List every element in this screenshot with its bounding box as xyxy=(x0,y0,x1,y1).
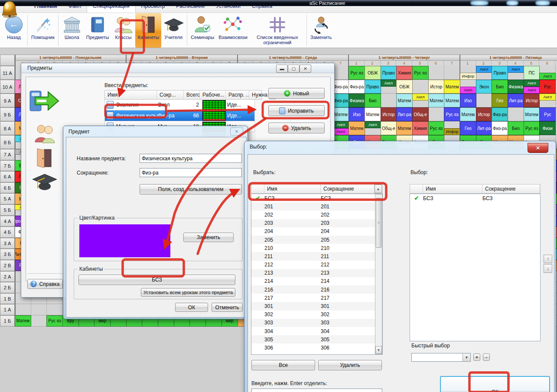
lesson-cell[interactable]: Общ-е xyxy=(412,107,429,121)
toolbar-item-Школа[interactable]: Школа xyxy=(60,13,84,48)
move-down-button[interactable]: ↓ xyxy=(544,264,552,273)
ok-button[interactable]: ОК xyxy=(440,376,550,392)
cancel-button[interactable]: Отменить xyxy=(212,303,243,312)
lesson-cell[interactable]: Матем xyxy=(349,121,365,135)
lesson-cell[interactable]: Рус яз xyxy=(46,315,63,327)
lesson-cell[interactable]: Инфор xyxy=(460,73,476,80)
lesson-cell[interactable]: Изо xyxy=(349,107,365,121)
lesson-cell[interactable]: Рус яз xyxy=(428,121,445,135)
room-row[interactable]: 202202 xyxy=(251,211,382,219)
custom-fields-button[interactable]: Поля, созд. пользователем xyxy=(140,184,242,194)
scroll-down-icon[interactable]: ▼ xyxy=(375,346,382,354)
quick-add-button[interactable]: + xyxy=(473,353,480,361)
minimize-button[interactable]: ▬ xyxy=(276,65,288,73)
lesson-cell[interactable]: Рус яз xyxy=(412,66,429,80)
column-header[interactable]: Сокращение xyxy=(482,185,540,193)
lesson-cell[interactable]: Матем xyxy=(444,94,460,107)
lesson-cell[interactable]: Право xyxy=(365,80,381,94)
lesson-cell[interactable]: Право xyxy=(492,66,508,80)
lesson-cell[interactable]: Англ xyxy=(333,128,349,135)
room-row[interactable]: 211211 xyxy=(251,252,382,260)
lesson-cell[interactable]: Матем xyxy=(444,80,460,94)
room-row[interactable]: 217217 xyxy=(251,294,382,302)
help-button[interactable]: ? Справка xyxy=(27,279,63,289)
lesson-cell[interactable]: Англ xyxy=(539,73,556,80)
lesson-cell[interactable]: Англ xyxy=(539,94,556,100)
lesson-cell[interactable]: Инфор xyxy=(444,128,460,135)
quick-select-dropdown[interactable]: ▼ xyxy=(411,353,471,362)
lesson-cell[interactable]: Общ-е xyxy=(381,121,397,135)
room-row[interactable]: 302302 xyxy=(251,311,382,319)
enter-input[interactable] xyxy=(251,389,382,392)
lesson-cell[interactable]: Матем xyxy=(524,107,540,121)
column-header[interactable]: Распр. ... xyxy=(226,91,249,99)
lesson-cell[interactable]: ОБЖ xyxy=(396,80,413,94)
toolbar-item-Взаимосвязи[interactable]: Взаимосвязи xyxy=(216,13,250,48)
toolbar-item-Предметы[interactable]: Предметы xyxy=(84,13,111,48)
toolbar-item-Семинары[interactable]: Семинары xyxy=(189,13,216,48)
toolbar-item-Назад[interactable]: ←Назад xyxy=(2,13,26,48)
maximize-button[interactable]: ▢ xyxy=(288,65,300,73)
lesson-cell[interactable]: Экон xyxy=(476,80,492,94)
lesson-cell[interactable]: Рус яз xyxy=(349,66,365,80)
lesson-cell[interactable]: Био xyxy=(492,80,508,94)
lesson-cell[interactable]: Рус яз xyxy=(524,121,540,135)
toolbar-item-Помощник[interactable]: Помощник xyxy=(29,13,57,48)
lesson-cell[interactable]: Физ-ра xyxy=(492,107,508,121)
lesson-cell[interactable]: Химия xyxy=(396,66,413,80)
lesson-cell[interactable]: Матем xyxy=(428,94,445,107)
rooms-icon[interactable] xyxy=(36,148,53,168)
lesson-cell[interactable]: Матем xyxy=(15,315,31,327)
subject-abbr-input[interactable]: Физ-ра xyxy=(140,168,242,177)
close-icon[interactable]: ✕ xyxy=(528,143,548,153)
room-row[interactable]: 303303 xyxy=(251,319,382,327)
lesson-cell[interactable]: Истор xyxy=(381,107,397,121)
lesson-cell[interactable]: Физи xyxy=(539,121,556,135)
column-header[interactable]: Сокращение xyxy=(321,185,375,193)
lesson-cell[interactable]: Англ xyxy=(412,94,429,100)
lesson-cell[interactable]: Право xyxy=(381,66,397,80)
new-button[interactable]: + Новый xyxy=(268,88,325,99)
lesson-cell[interactable]: Лит-ра xyxy=(396,107,413,121)
scroll-up-icon[interactable]: ▲ xyxy=(375,185,382,193)
lesson-cell[interactable]: Англ xyxy=(333,121,349,128)
toolbar-item-Кабинеты[interactable]: Кабинеты xyxy=(135,13,161,48)
set-all-lessons-button[interactable]: Установить всем урокам этого предмета xyxy=(141,288,235,297)
room-row[interactable]: 203203 xyxy=(251,219,382,227)
lesson-cell[interactable]: Англ xyxy=(508,66,524,73)
column-header[interactable]: Имя xyxy=(105,91,157,99)
lesson-cell[interactable]: Био xyxy=(508,121,524,135)
lesson-cell[interactable]: Англ xyxy=(524,80,540,87)
remove-button[interactable]: Удалить xyxy=(318,360,382,370)
subjects-dialog-titlebar[interactable]: Предметы ▬ ▢ ✕ xyxy=(21,63,334,73)
column-header[interactable]: Рабоче... xyxy=(200,91,226,99)
teachers-icon[interactable] xyxy=(32,172,57,191)
lesson-cell[interactable]: Рус xyxy=(539,80,556,94)
toolbar-item-Заменить[interactable]: Заменить xyxy=(308,13,334,48)
lesson-cell[interactable]: Рус xyxy=(539,107,556,121)
lesson-cell[interactable]: ОБЖ xyxy=(365,66,381,80)
lesson-cell[interactable]: Англ xyxy=(524,87,540,94)
room-row[interactable]: 210210 xyxy=(251,244,382,252)
lesson-cell[interactable]: Матем xyxy=(396,121,413,135)
lesson-cell[interactable]: Англ xyxy=(365,121,381,128)
lesson-cell[interactable]: Лит-ра xyxy=(476,121,492,135)
column-header[interactable]: Сокр... xyxy=(157,91,184,99)
quick-remove-button[interactable]: - xyxy=(483,353,490,361)
close-button[interactable]: ✕ xyxy=(300,65,311,73)
room-row[interactable]: 305305 xyxy=(251,335,382,343)
subject-row[interactable]: Физическая культураФиз-ра66Иде... xyxy=(104,110,255,121)
move-up-button[interactable]: ↑ xyxy=(544,255,552,263)
lesson-cell[interactable]: Химия xyxy=(412,121,429,135)
lesson-cell[interactable]: Физика xyxy=(349,94,365,107)
lesson-cell[interactable]: Матем xyxy=(396,94,413,107)
room-row[interactable]: 205205 xyxy=(251,236,382,244)
replace-button[interactable]: Заменить xyxy=(183,233,234,242)
lesson-cell[interactable]: Гео xyxy=(460,121,476,135)
lesson-cell[interactable]: Матем xyxy=(365,107,381,121)
scrollbar[interactable]: ≡▼ xyxy=(375,194,382,354)
room-row[interactable]: 216216 xyxy=(251,285,382,294)
lesson-cell[interactable]: Истор xyxy=(428,80,445,94)
subject-color-swatch[interactable] xyxy=(79,224,170,257)
lesson-cell[interactable]: Физ-ра xyxy=(492,121,508,135)
